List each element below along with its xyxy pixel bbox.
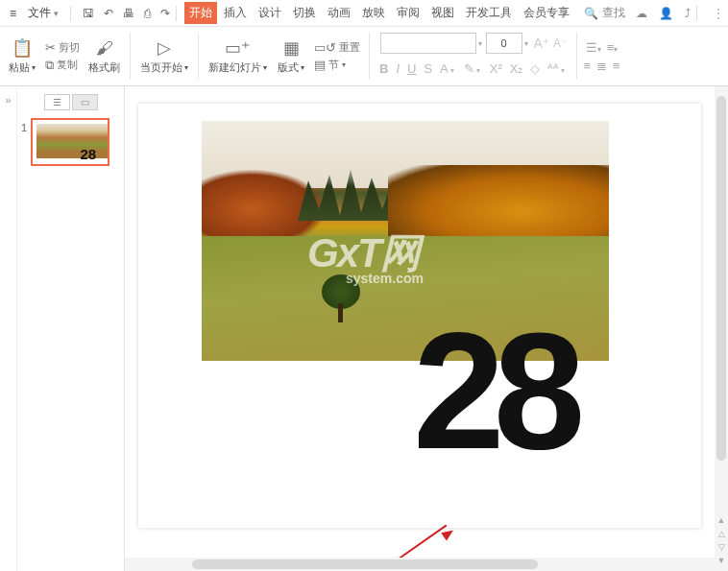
workspace: » ☰ ▭ 1 28 GxT网 <box>0 86 728 571</box>
superscript-icon[interactable]: X² <box>488 61 504 76</box>
tab-member[interactable]: 会员专享 <box>519 2 574 24</box>
reset-button[interactable]: ▭↺重置 <box>311 39 363 56</box>
play-icon: ▷ <box>158 37 171 59</box>
quick-access-toolbar: 🖫 ↶ 🖶 ⎙ ↷ <box>83 7 170 20</box>
bullet-list-icon[interactable]: ☰▾ <box>586 40 601 55</box>
separator <box>176 6 177 21</box>
hamburger-menu[interactable]: ≡ <box>4 5 22 22</box>
scrollbar-thumb[interactable] <box>192 559 538 569</box>
font-group: ▾ 0 ▾ A⁺ A⁻ B I U S A▾ ✎▾ X² X₂ ◇ ᴬᴬ▾ <box>372 29 574 83</box>
tab-slideshow[interactable]: 放映 <box>357 2 390 24</box>
font-size-select[interactable]: 0 <box>486 33 522 54</box>
top-right-tools: ☁ 👤 ⤴ <box>636 7 691 20</box>
user-icon[interactable]: 👤 <box>659 7 673 20</box>
preview-icon[interactable]: ⎙ <box>144 7 151 20</box>
increase-font-icon[interactable]: A⁺ <box>534 36 549 51</box>
prev-slide-icon[interactable]: ▲ <box>717 515 726 525</box>
print-icon[interactable]: 🖶 <box>123 7 134 20</box>
slide-thumbnail-1[interactable]: 28 <box>31 118 109 166</box>
cloud-icon[interactable]: ☁ <box>636 7 647 20</box>
redo-icon[interactable]: ↷ <box>160 7 170 20</box>
from-current-button[interactable]: ▷ 当页开始▾ <box>136 36 192 77</box>
font-effects-icon[interactable]: ᴬᴬ▾ <box>546 61 569 76</box>
save-icon[interactable]: 🖫 <box>83 7 94 20</box>
clipboard-icon: 📋 <box>12 37 33 59</box>
slides-group: ▷ 当页开始▾ <box>133 29 196 83</box>
chevron-down-icon: ▾ <box>301 63 304 72</box>
clipboard-group: 📋 粘贴▾ ✂剪切 ⧉复制 🖌 格式刷 <box>0 29 128 83</box>
tab-devtools[interactable]: 开发工具 <box>461 2 517 24</box>
tab-design[interactable]: 设计 <box>254 2 286 24</box>
format-painter-button[interactable]: 🖌 格式刷 <box>85 36 124 77</box>
thumbnail-text: 28 <box>80 146 96 162</box>
search-button[interactable]: 🔍 查找 <box>584 5 625 21</box>
file-menu[interactable]: 文件 ▾ <box>22 3 64 23</box>
scrollbar-thumb[interactable] <box>716 96 726 461</box>
font-name-select[interactable] <box>380 33 476 54</box>
slide-canvas-area: GxT网 system.com 28 ▲ △ ▽ ▼ <box>125 86 728 571</box>
ribbon-tabs: 开始 插入 设计 切换 动画 放映 审阅 视图 开发工具 会员专享 <box>184 2 574 24</box>
slide-big-number[interactable]: 28 <box>413 296 573 486</box>
separator <box>130 33 131 80</box>
share-icon[interactable]: ⤴ <box>685 7 691 20</box>
slide[interactable]: GxT网 system.com 28 <box>138 104 701 528</box>
tab-animation[interactable]: 动画 <box>323 2 355 24</box>
top-menu-bar: ≡ 文件 ▾ 🖫 ↶ 🖶 ⎙ ↷ 开始 插入 设计 切换 动画 放映 审阅 视图… <box>0 0 728 27</box>
clear-format-icon[interactable]: ◇ <box>528 61 542 76</box>
scroll-nav-buttons: ▲ △ ▽ ▼ <box>715 512 728 571</box>
search-icon: 🔍 <box>584 7 598 20</box>
file-menu-label: 文件 <box>28 5 51 21</box>
chevron-down-icon: ▾ <box>342 60 346 69</box>
number-list-icon[interactable]: ≡▾ <box>607 40 619 55</box>
align-right-icon[interactable]: ≡ <box>613 59 620 73</box>
tab-review[interactable]: 审阅 <box>392 2 425 24</box>
copy-icon: ⧉ <box>45 58 54 73</box>
chevron-down-icon: ▾ <box>524 39 528 48</box>
align-left-icon[interactable]: ≡ <box>583 59 591 73</box>
chevron-down-icon: ▾ <box>478 39 482 48</box>
bold-icon[interactable]: B <box>377 61 390 76</box>
highlight-icon[interactable]: ✎▾ <box>462 61 484 76</box>
tab-transition[interactable]: 切换 <box>288 2 321 24</box>
subscript-icon[interactable]: X₂ <box>508 61 525 76</box>
view-toggle: ☰ ▭ <box>21 94 120 110</box>
undo-icon[interactable]: ↶ <box>104 7 113 20</box>
separator <box>696 6 697 21</box>
font-color-icon[interactable]: A▾ <box>438 61 458 76</box>
section-icon: ▤ <box>314 58 326 72</box>
brush-icon: 🖌 <box>96 38 113 59</box>
scroll-up-icon[interactable]: △ <box>718 529 725 538</box>
paste-button[interactable]: 📋 粘贴▾ <box>4 36 40 77</box>
next-slide-icon[interactable]: ▼ <box>717 556 726 565</box>
scroll-down-icon[interactable]: ▽ <box>718 542 725 552</box>
copy-button[interactable]: ⧉复制 <box>42 57 83 74</box>
reset-icon: ▭↺ <box>314 40 336 55</box>
separator <box>369 33 370 80</box>
layout-button[interactable]: ▦ 版式▾ <box>273 36 309 77</box>
underline-icon[interactable]: U <box>405 61 418 76</box>
chevron-down-icon: ▾ <box>263 63 267 72</box>
tab-home[interactable]: 开始 <box>184 2 217 24</box>
tab-view[interactable]: 视图 <box>426 2 459 24</box>
thumbnail-slot: 1 28 <box>21 118 120 166</box>
cut-button[interactable]: ✂剪切 <box>42 39 83 56</box>
more-icon[interactable]: ⋮ <box>713 7 724 20</box>
strikethrough-icon[interactable]: S <box>422 61 434 76</box>
section-button[interactable]: ▤节▾ <box>311 57 363 73</box>
thumbnail-image <box>36 124 108 158</box>
paragraph-group: ☰▾ ≡▾ ≡ ≣ ≡ <box>579 29 623 83</box>
italic-icon[interactable]: I <box>394 61 401 76</box>
align-center-icon[interactable]: ≣ <box>596 59 607 73</box>
tab-insert[interactable]: 插入 <box>219 2 252 24</box>
outline-view-button[interactable]: ☰ <box>44 94 70 110</box>
layout-icon: ▦ <box>283 37 300 59</box>
separator <box>70 6 71 21</box>
collapse-panel-button[interactable]: » <box>0 86 17 571</box>
vertical-scrollbar[interactable] <box>715 86 728 551</box>
thumbnail-view-button[interactable]: ▭ <box>72 94 98 110</box>
decrease-font-icon[interactable]: A⁻ <box>553 36 567 50</box>
ribbon-toolbar: 📋 粘贴▾ ✂剪切 ⧉复制 🖌 格式刷 ▷ 当页开始▾ ▭⁺ 新建幻灯片▾ ▦ … <box>0 27 728 86</box>
new-slide-button[interactable]: ▭⁺ 新建幻灯片▾ <box>205 36 271 77</box>
slide-number: 1 <box>21 118 27 133</box>
horizontal-scrollbar[interactable] <box>125 558 715 571</box>
